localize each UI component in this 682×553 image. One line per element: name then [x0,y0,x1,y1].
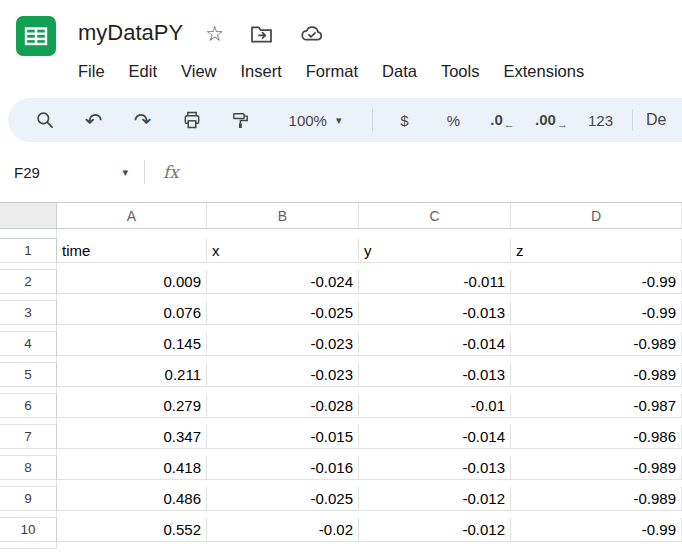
cell[interactable]: time [57,239,207,263]
toolbar-divider [372,109,373,131]
cell[interactable]: y [359,239,511,263]
cell[interactable] [0,294,57,301]
menu-data[interactable]: Data [370,58,429,85]
cell[interactable] [0,542,57,549]
star-icon[interactable]: ☆ [205,23,224,44]
table-row-9: 90.486-0.025-0.012-0.989 [0,487,682,518]
cell[interactable]: -0.99 [511,270,682,294]
font-selector[interactable]: De [640,102,672,138]
redo-button[interactable]: ↷ [118,102,167,138]
cell[interactable]: 0.279 [57,394,207,418]
cell[interactable]: -0.989 [511,487,682,511]
grid-body: 1timexyz20.009-0.024-0.011-0.9930.076-0.… [0,239,682,549]
cell[interactable]: -0.99 [511,301,682,325]
cell[interactable]: 0.145 [57,332,207,356]
cell[interactable]: -0.011 [359,270,511,294]
row-header-1[interactable]: 1 [0,239,57,263]
cell[interactable]: -0.015 [207,425,359,449]
cell[interactable]: -0.99 [511,518,682,542]
cell[interactable]: -0.023 [207,363,359,387]
cell[interactable]: x [207,239,359,263]
cell[interactable] [0,325,57,332]
number-format-button[interactable]: 123 [576,102,625,138]
row-header-10[interactable]: 10 [0,518,57,542]
zoom-selector[interactable]: 100% ▾ [265,102,365,138]
undo-button[interactable]: ↶ [69,102,118,138]
cell[interactable]: 0.009 [57,270,207,294]
menu-tools[interactable]: Tools [429,58,492,85]
format-currency-button[interactable]: $ [380,102,429,138]
menu-insert[interactable]: Insert [229,58,294,85]
cell[interactable]: -0.025 [207,301,359,325]
chevron-down-icon: ▾ [336,115,342,126]
row-header-2[interactable]: 2 [0,270,57,294]
cell[interactable]: -0.014 [359,425,511,449]
search-menus-button[interactable] [20,102,69,138]
cell[interactable] [0,511,57,518]
cell[interactable] [0,356,57,363]
column-header-d[interactable]: D [511,203,682,229]
row-header-7[interactable]: 7 [0,425,57,449]
row-header-3[interactable]: 3 [0,301,57,325]
row-header-4[interactable]: 4 [0,332,57,356]
fx-icon[interactable]: fx [163,162,179,182]
cell[interactable]: -0.016 [207,456,359,480]
cell[interactable]: -0.028 [207,394,359,418]
cell[interactable]: 0.211 [57,363,207,387]
cell[interactable]: -0.986 [511,425,682,449]
cell[interactable]: -0.013 [359,456,511,480]
cell[interactable] [0,449,57,456]
cell[interactable]: 0.347 [57,425,207,449]
menu-view[interactable]: View [169,58,228,85]
font-name-label: De [646,111,666,129]
cell[interactable]: -0.025 [207,487,359,511]
menu-file[interactable]: File [66,58,117,85]
menu-extensions[interactable]: Extensions [491,58,596,85]
table-row-10: 100.552-0.02-0.012-0.99 [0,518,682,549]
decrease-decimal-button[interactable]: .0← [478,102,527,138]
document-status-button[interactable] [299,24,324,43]
column-header-c[interactable]: C [359,203,511,229]
column-header-b[interactable]: B [207,203,359,229]
name-box[interactable]: F29 ▾ [0,164,140,181]
cell[interactable] [0,387,57,394]
row-header-8[interactable]: 8 [0,456,57,480]
cell[interactable]: -0.013 [359,301,511,325]
row-header-6[interactable]: 6 [0,394,57,418]
increase-decimal-button[interactable]: .00→ [527,102,576,138]
cell[interactable]: -0.989 [511,456,682,480]
sheets-logo[interactable] [16,16,58,88]
cell[interactable]: -0.012 [359,518,511,542]
row-header-5[interactable]: 5 [0,363,57,387]
cell[interactable]: -0.989 [511,332,682,356]
cell[interactable]: -0.989 [511,363,682,387]
cell[interactable] [0,263,57,270]
cell[interactable]: 0.418 [57,456,207,480]
cell[interactable]: -0.987 [511,394,682,418]
row-header-9[interactable]: 9 [0,487,57,511]
cell[interactable]: -0.023 [207,332,359,356]
document-title[interactable]: myDataPY [78,20,183,46]
toolbar-divider [632,109,633,131]
print-button[interactable] [167,102,216,138]
cell[interactable]: z [511,239,682,263]
cell[interactable] [0,418,57,425]
cell[interactable]: 0.486 [57,487,207,511]
cell[interactable]: -0.01 [359,394,511,418]
menu-format[interactable]: Format [294,58,370,85]
format-percent-button[interactable]: % [429,102,478,138]
select-all-corner[interactable] [0,203,57,229]
menu-edit[interactable]: Edit [117,58,169,85]
cell[interactable]: -0.012 [359,487,511,511]
cell[interactable]: -0.013 [359,363,511,387]
cell[interactable]: -0.024 [207,270,359,294]
cell[interactable] [0,480,57,487]
column-header-partial[interactable] [0,229,57,239]
cell[interactable]: -0.02 [207,518,359,542]
cell[interactable]: 0.076 [57,301,207,325]
paint-format-button[interactable] [216,102,265,138]
cell[interactable]: 0.552 [57,518,207,542]
cell[interactable]: -0.014 [359,332,511,356]
column-header-a[interactable]: A [57,203,207,229]
move-to-folder-button[interactable] [250,24,273,43]
